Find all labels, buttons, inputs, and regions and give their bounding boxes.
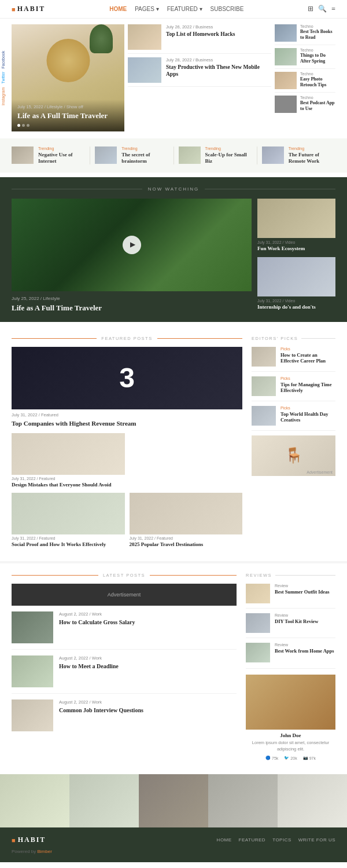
gallery-item-3[interactable] bbox=[139, 774, 208, 827]
hero-right-img-4 bbox=[275, 96, 297, 113]
trending-item-2[interactable]: TrendingThe secret of brainstorm bbox=[90, 147, 174, 164]
latest-img-2 bbox=[12, 655, 53, 687]
latest-title-1: How to Calculate Gross Salary bbox=[59, 618, 135, 626]
hero-mid-text-1: July 26, 2022 / Business Top List of Hom… bbox=[166, 24, 235, 38]
facebook-social[interactable]: Facebook bbox=[1, 50, 5, 68]
trending-title-2: The secret of brainstorm bbox=[121, 152, 168, 164]
footer-link-home[interactable]: HOME bbox=[217, 837, 232, 843]
rv-item-2[interactable]: ReviewDIY Tool Kit Review bbox=[246, 613, 335, 638]
trending-bar: TrendingNegative Use of Internet Trendin… bbox=[0, 138, 347, 173]
footer-bottom: Powered by Bimber bbox=[12, 849, 335, 854]
hero-right-item-4[interactable]: TechnoBest Podcast App to Use bbox=[275, 96, 335, 113]
nav-link-featured[interactable]: FEATURED ▾ bbox=[167, 6, 202, 12]
author-card: John Doe Lorem ipsum dolor sit amet, con… bbox=[246, 675, 335, 760]
nav-logo[interactable]: ■ HABIT bbox=[12, 5, 45, 13]
ep-item-1[interactable]: PicksHow to Create an Effective Career P… bbox=[252, 347, 335, 372]
author-ig[interactable]: 📷 97k bbox=[303, 756, 316, 760]
footer-link-featured[interactable]: FEATURED bbox=[239, 837, 266, 843]
gallery-item-2[interactable] bbox=[69, 774, 139, 827]
ep-item-3[interactable]: PicksTop World Health Day Creatives bbox=[252, 406, 335, 431]
gallery-item-4[interactable] bbox=[208, 774, 278, 827]
gallery-strip bbox=[0, 774, 347, 827]
editors-label: EDITORS' PICKS bbox=[252, 336, 298, 341]
featured-grid-item-2[interactable]: July 31, 2022 / Featured Social Proof an… bbox=[12, 493, 125, 548]
latest-item-2[interactable]: August 2, 2022 / WorkHow to Meet a Deadl… bbox=[12, 655, 237, 694]
latest-item-1[interactable]: August 2, 2022 / WorkHow to Calculate Gr… bbox=[12, 611, 237, 650]
featured-main-img: 3 bbox=[12, 347, 242, 409]
nav-link-subscribe[interactable]: SUBSCRIBE bbox=[211, 6, 244, 12]
nav-link-pages[interactable]: PAGES ▾ bbox=[135, 6, 159, 12]
hero-section: Facebook Twitter Instagram July 15, 2022… bbox=[0, 19, 347, 137]
rv-item-1[interactable]: ReviewBest Summer Outfit Ideas bbox=[246, 584, 335, 609]
featured-grid-item-1[interactable]: July 31, 2022 / Featured Design Mistakes… bbox=[12, 433, 125, 488]
ep-cat-2: Picks bbox=[280, 376, 335, 380]
nw-side-item-2[interactable]: July 31, 2022 / Video Internship do's an… bbox=[257, 257, 335, 310]
instagram-social[interactable]: Instagram bbox=[1, 87, 5, 105]
rv-title-1: Best Summer Outfit Ideas bbox=[275, 589, 330, 595]
menu-icon[interactable]: ≡ bbox=[331, 5, 335, 13]
latest-item-3[interactable]: August 2, 2022 / WorkCommon Job Intervie… bbox=[12, 699, 237, 731]
hero-mid-item-2[interactable]: July 28, 2022 / Business Stay Productive… bbox=[128, 57, 271, 87]
latest-ad-banner: Advertisement bbox=[12, 584, 237, 606]
featured-grid: July 31, 2022 / Featured Design Mistakes… bbox=[12, 433, 242, 548]
rv-item-3[interactable]: ReviewBest Work from Home Apps bbox=[246, 643, 335, 669]
featured-grid-title-3: 2025 Popular Travel Destinations bbox=[130, 541, 243, 548]
now-watching-content: ▶ July 25, 2022 / Lifestyle Life as A Fu… bbox=[12, 199, 335, 313]
hero-right-item-1[interactable]: TechnoBest Tech Books to Read bbox=[275, 24, 335, 45]
hero-right-item-2[interactable]: TechnoThings to Do After Spring bbox=[275, 48, 335, 69]
ep-title-2: Tips for Managing Time Effectively bbox=[280, 382, 335, 393]
nw-side-title-1: Fun Work Ecosystem bbox=[257, 246, 335, 252]
hero-right-cat-2: Techno bbox=[300, 48, 335, 52]
footer-link-topics[interactable]: TOPICS bbox=[272, 837, 291, 843]
play-button[interactable]: ▶ bbox=[123, 236, 141, 254]
twitter-social[interactable]: Twitter bbox=[1, 72, 5, 84]
ep-cat-1: Picks bbox=[280, 347, 335, 351]
hero-main-card[interactable]: July 15, 2022 / Lifestyle / Show off Lif… bbox=[12, 24, 124, 131]
hero-mid-text-2: July 28, 2022 / Business Stay Productive… bbox=[166, 57, 271, 78]
ep-title-3: Top World Health Day Creatives bbox=[280, 411, 335, 423]
gallery-item-1[interactable] bbox=[0, 774, 69, 827]
author-fb[interactable]: 🔵 75k bbox=[265, 756, 278, 760]
nw-side-meta-2: July 31, 2022 / Video bbox=[257, 299, 335, 303]
nav-links: HOME PAGES ▾ FEATURED ▾ SUBSCRIBE bbox=[109, 6, 243, 12]
author-tw[interactable]: 🐦 20k bbox=[284, 756, 297, 760]
featured-header: FEATURED POSTS bbox=[12, 336, 242, 341]
nav-link-home[interactable]: HOME bbox=[109, 6, 127, 12]
nw-main-img: ▶ bbox=[12, 199, 252, 291]
footer-logo-icon: ■ bbox=[12, 837, 16, 844]
rv-img-3 bbox=[246, 643, 270, 662]
featured-grid-item-3[interactable]: July 31, 2022 / Featured 2025 Popular Tr… bbox=[130, 493, 243, 548]
nw-side-item-1[interactable]: July 31, 2022 / Video Fun Work Ecosystem bbox=[257, 199, 335, 252]
footer-link-write[interactable]: WRITE FOR US bbox=[298, 837, 335, 843]
latest-label: LATEST POSTS bbox=[103, 573, 145, 578]
featured-grid-img-2 bbox=[12, 493, 125, 534]
ep-item-2[interactable]: PicksTips for Managing Time Effectively bbox=[252, 376, 335, 401]
hero-right: TechnoBest Tech Books to Read TechnoThin… bbox=[275, 24, 335, 131]
featured-grid-img-1 bbox=[12, 433, 125, 475]
latest-header: LATEST POSTS bbox=[12, 573, 237, 578]
nw-side-img-1 bbox=[257, 199, 335, 238]
now-watching-main[interactable]: ▶ July 25, 2022 / Lifestyle Life as A Fu… bbox=[12, 199, 252, 313]
footer-brand: Bimber bbox=[37, 849, 51, 854]
featured-left: FEATURED POSTS 3 July 31, 2022 / Feature… bbox=[12, 336, 242, 548]
social-sidebar: Facebook Twitter Instagram bbox=[1, 50, 5, 105]
hero-mid-item-1[interactable]: July 26, 2022 / Business Top List of Hom… bbox=[128, 24, 271, 54]
editors-picks: EDITORS' PICKS PicksHow to Create an Eff… bbox=[252, 336, 335, 548]
rv-img-2 bbox=[246, 613, 270, 633]
gallery-item-5[interactable] bbox=[278, 774, 347, 827]
search-icon[interactable]: 🔍 bbox=[318, 5, 327, 13]
grid-icon[interactable]: ⊞ bbox=[308, 5, 313, 13]
trending-img-1 bbox=[12, 147, 34, 164]
trending-item-4[interactable]: TrendingThe Future of Remote Work bbox=[257, 147, 335, 164]
trending-label-1: Trending bbox=[38, 147, 85, 151]
trending-item-3[interactable]: TrendingScale-Up for Small Biz bbox=[174, 147, 257, 164]
hero-main-title: Life as A Full Time Traveler bbox=[17, 111, 119, 121]
reviews-header: REVIEWS bbox=[246, 573, 335, 578]
hero-right-item-3[interactable]: TechnoEasy Photo Retouch Tips bbox=[275, 72, 335, 93]
hero-right-img-2 bbox=[275, 48, 297, 65]
hero-mid-meta-1: July 26, 2022 / Business bbox=[166, 24, 235, 30]
trending-item-1[interactable]: TrendingNegative Use of Internet bbox=[12, 147, 90, 164]
navbar: ■ HABIT HOME PAGES ▾ FEATURED ▾ SUBSCRIB… bbox=[0, 0, 347, 19]
featured-main-item[interactable]: 3 July 31, 2022 / Featured Top Companies… bbox=[12, 347, 242, 427]
hero-mid-title-2: Stay Productive with These New Mobile Ap… bbox=[166, 64, 271, 78]
